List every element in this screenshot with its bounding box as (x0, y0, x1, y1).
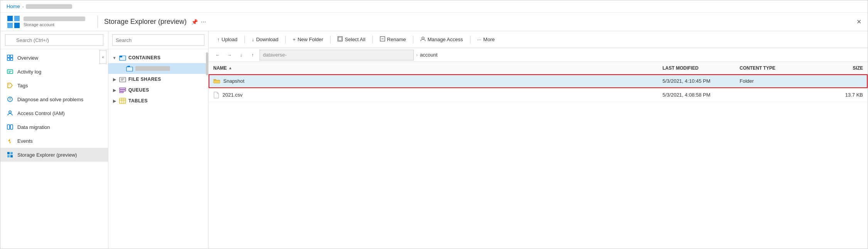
storage-explorer-icon (7, 151, 13, 158)
sidebar-label-overview: Overview (17, 55, 38, 61)
account-info: Storage account (24, 17, 85, 27)
folder-icon (213, 78, 220, 85)
file-modified-snapshot: 5/3/2021, 4:10:45 PM (662, 78, 740, 84)
containers-label: CONTAINERS (128, 55, 160, 60)
svg-rect-1 (14, 16, 20, 21)
top-bar-more-icon[interactable]: ··· (201, 18, 206, 25)
sidebar-search-bar: 🔍 (0, 31, 108, 49)
sidebar-label-tags: Tags (17, 83, 28, 89)
download-label: Download (256, 37, 278, 42)
tree-item-dataverse[interactable] (108, 63, 208, 74)
sidebar-item-overview[interactable]: Overview (0, 51, 108, 65)
sidebar-label-events: Events (17, 138, 33, 144)
upload-button[interactable]: ↑ Upload (213, 33, 241, 46)
tree-search-input[interactable] (112, 34, 204, 46)
svg-rect-6 (7, 58, 10, 60)
queues-label: QUEUES (128, 87, 149, 93)
svg-point-11 (8, 84, 9, 85)
app-container: Home › Storage account Storage Explorer … (0, 0, 868, 249)
sidebar-item-storage-explorer[interactable]: Storage Explorer (preview) (0, 148, 108, 162)
table-row[interactable]: Snapshot 5/3/2021, 4:10:45 PM Folder (209, 74, 868, 88)
column-size[interactable]: SIZE (817, 65, 863, 71)
sidebar-search-input[interactable] (5, 34, 103, 46)
svg-rect-33 (120, 92, 123, 93)
tree-scrollbar[interactable] (206, 52, 208, 75)
breadcrumb-bar: Home › (0, 0, 868, 13)
more-button[interactable]: ··· More (474, 33, 499, 46)
column-content-type[interactable]: CONTENT TYPE (740, 65, 817, 71)
tree-section-containers[interactable]: ▼ CONTAINERS (108, 52, 208, 63)
sidebar-item-migration[interactable]: Data migration (0, 120, 108, 134)
overview-icon (7, 54, 13, 61)
page-title: Storage Explorer (preview) (104, 18, 187, 26)
file-type-snapshot: Folder (740, 78, 817, 84)
sidebar-item-iam[interactable]: Access Control (IAM) (0, 106, 108, 120)
svg-marker-19 (8, 139, 10, 141)
forward-button[interactable]: → (225, 50, 234, 60)
svg-rect-0 (7, 16, 13, 21)
path-segment: account (420, 52, 438, 58)
sidebar-search-wrap: 🔍 (5, 34, 103, 46)
top-bar-divider (98, 16, 98, 28)
tree-section-queues[interactable]: ▶ QUEUES (108, 85, 208, 95)
dataverse-expand-icon (119, 65, 125, 72)
sidebar-nav: Overview Activity log Tags (0, 49, 108, 249)
manage-access-button[interactable]: Manage Access (416, 33, 467, 46)
down-button[interactable]: ↓ (236, 50, 246, 60)
more-icon: ··· (477, 37, 482, 42)
up-button[interactable]: ↑ (248, 50, 257, 60)
sidebar-label-activity-log: Activity log (17, 69, 41, 75)
left-sidebar: 🔍 « Overview Activity log (0, 31, 108, 249)
svg-rect-4 (7, 55, 10, 57)
svg-rect-24 (10, 155, 13, 157)
queues-icon (119, 87, 126, 94)
sidebar-label-migration: Data migration (17, 124, 50, 130)
sidebar-item-events[interactable]: Events (0, 134, 108, 148)
svg-rect-16 (7, 125, 10, 129)
svg-rect-26 (120, 56, 122, 57)
activity-log-icon (7, 68, 13, 75)
sidebar-collapse-btn[interactable]: « (99, 50, 106, 64)
toolbar-sep-6 (470, 36, 470, 43)
file-name-snapshot: Snapshot (223, 78, 244, 84)
events-icon (7, 137, 13, 144)
file-shares-label: FILE SHARES (128, 77, 161, 82)
file-list-header: NAME ▲ LAST MODIFIED CONTENT TYPE SIZE (209, 62, 868, 74)
breadcrumb-home[interactable]: Home (7, 3, 20, 9)
tags-icon (7, 82, 13, 89)
sidebar-item-activity-log[interactable]: Activity log (0, 65, 108, 79)
toolbar-sep-4 (372, 36, 373, 43)
svg-rect-5 (10, 55, 13, 57)
svg-rect-3 (14, 23, 20, 28)
table-row[interactable]: 2021.csv 5/3/2021, 4:08:58 PM 13.7 KB (209, 88, 868, 102)
select-all-button[interactable]: Select All (334, 33, 369, 46)
path-separator: › (416, 52, 418, 58)
diagnose-icon (7, 96, 13, 103)
path-input[interactable] (260, 50, 414, 60)
rename-button[interactable]: Rename (376, 33, 410, 46)
close-icon[interactable]: ✕ (856, 18, 861, 25)
tables-label: TABLES (128, 98, 148, 104)
svg-point-15 (9, 111, 11, 113)
file-name-cell: Snapshot (213, 78, 662, 85)
manage-access-icon (420, 36, 426, 43)
upload-label: Upload (222, 37, 238, 42)
sidebar-label-diagnose: Diagnose and solve problems (17, 97, 83, 102)
back-button[interactable]: ← (213, 50, 222, 60)
new-folder-button[interactable]: + New Folder (289, 33, 327, 46)
account-type: Storage account (24, 22, 85, 27)
pin-icon[interactable]: 📌 (191, 19, 198, 25)
tree-section-file-shares[interactable]: ▶ FILE SHARES (108, 74, 208, 85)
sidebar-item-diagnose[interactable]: Diagnose and solve problems (0, 92, 108, 106)
svg-rect-28 (120, 77, 126, 82)
upload-icon: ↑ (217, 37, 220, 42)
svg-rect-17 (10, 125, 13, 129)
tree-section-tables[interactable]: ▶ TABLES (108, 95, 208, 106)
column-name[interactable]: NAME ▲ (213, 65, 662, 71)
sidebar-item-tags[interactable]: Tags (0, 79, 108, 92)
sidebar-label-storage-explorer: Storage Explorer (preview) (17, 152, 77, 158)
download-button[interactable]: ↓ Download (248, 33, 282, 46)
sort-arrow: ▲ (228, 66, 232, 70)
column-last-modified[interactable]: LAST MODIFIED (662, 65, 740, 71)
svg-point-42 (422, 37, 424, 39)
